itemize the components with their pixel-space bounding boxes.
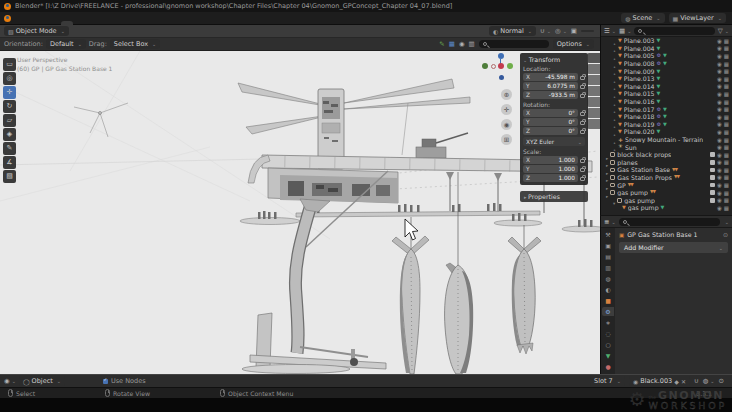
viewport-menu-item[interactable] bbox=[96, 30, 104, 32]
shader-menu-item[interactable] bbox=[76, 380, 84, 382]
npanel-side-tab[interactable] bbox=[587, 97, 600, 107]
add-modifier-dropdown[interactable]: Add Modifier bbox=[619, 242, 728, 253]
hide-eye-icon[interactable]: ◉ bbox=[717, 144, 722, 150]
outliner-row[interactable]: ▼ + ☀ Plane.003 ⚙ ▼ ▼▼ ◉ ▦ bbox=[601, 37, 732, 45]
collection-checkbox[interactable] bbox=[710, 183, 715, 188]
outliner-row[interactable]: ▼ + ☀ gas pump ⚙ ▼ ▼▼ ◉ ▦ bbox=[601, 196, 732, 204]
navigation-gizmo[interactable] bbox=[482, 53, 520, 85]
node-pin-icon[interactable]: ⊙ bbox=[719, 377, 724, 385]
fake-user-shield-icon[interactable]: ◆ bbox=[674, 378, 679, 385]
outliner-row[interactable]: ▼ + ☀ Plane.018 ⚙ ▼ ▼▼ ◉ ▦ bbox=[601, 113, 732, 121]
collection-checkbox[interactable] bbox=[710, 152, 715, 157]
render-visibility-icon[interactable]: ▦ bbox=[724, 159, 729, 165]
render-visibility-icon[interactable]: ▦ bbox=[724, 197, 729, 203]
object-data-tab-icon[interactable]: ▼ bbox=[602, 351, 614, 360]
viewport-canvas[interactable]: User Perspective (60) GP | GP Gas Statio… bbox=[0, 51, 600, 374]
outliner-row[interactable]: ▼ + ☀ Gas Station Base ⚙ ▼ ▼▼ ◉ ▦ bbox=[601, 166, 732, 174]
outliner-row[interactable]: ▼ + ☀ Plane.008 ⚙ ▼ ▼▼ ◉ ▦ bbox=[601, 60, 732, 68]
outliner-row[interactable]: ▼ + ☀ Plane.020 ⚙ ▼ ▼▼ ◉ ▦ bbox=[601, 128, 732, 136]
gizmo-z-neg-axis[interactable] bbox=[499, 75, 504, 80]
scale-field[interactable]: Z1.000 bbox=[523, 174, 578, 182]
workspace-tab[interactable] bbox=[121, 21, 133, 25]
render-visibility-icon[interactable]: ▦ bbox=[724, 190, 729, 196]
zoom-button[interactable]: ⊕ bbox=[501, 89, 512, 100]
gizmo-y-axis[interactable] bbox=[507, 63, 513, 69]
collection-checkbox[interactable] bbox=[710, 175, 715, 180]
rotation-field[interactable]: X0° bbox=[523, 109, 578, 117]
render-visibility-icon[interactable]: ▦ bbox=[724, 91, 729, 97]
hide-eye-icon[interactable]: ◉ bbox=[717, 190, 722, 196]
properties-collapsed-panel[interactable]: Properties bbox=[520, 191, 588, 202]
annotate-toggle-icon[interactable]: ✎ bbox=[439, 40, 444, 48]
render-visibility-icon[interactable]: ▦ bbox=[724, 174, 729, 180]
location-field[interactable]: Z-933.5 m bbox=[523, 91, 578, 99]
transform-orientation-dropdown[interactable]: ◐Normal bbox=[489, 26, 536, 36]
npanel-side-tab[interactable] bbox=[587, 119, 600, 129]
mask-toggle-icon[interactable]: ▥ bbox=[469, 40, 475, 48]
xray-toggle-icon[interactable]: ▣ bbox=[571, 27, 577, 35]
scale-field[interactable]: Y1.000 bbox=[523, 165, 578, 173]
constraints-tab-icon[interactable]: ○ bbox=[602, 340, 614, 349]
hide-eye-icon[interactable]: ◉ bbox=[717, 197, 722, 203]
npanel-side-tab[interactable] bbox=[587, 108, 600, 118]
hide-eye-icon[interactable]: ◉ bbox=[717, 91, 722, 97]
hide-eye-icon[interactable]: ◉ bbox=[717, 167, 722, 173]
npanel-side-tab[interactable] bbox=[587, 86, 600, 96]
lock-icon[interactable] bbox=[580, 177, 585, 181]
render-visibility-icon[interactable]: ▦ bbox=[724, 83, 729, 89]
topbar-menu-item[interactable] bbox=[37, 17, 45, 19]
material-selector[interactable]: ◉ Black.003 ◆ ✕ bbox=[629, 376, 690, 386]
shader-menu-item[interactable] bbox=[92, 380, 100, 382]
camera-view-button[interactable]: ◉ bbox=[501, 119, 512, 130]
topbar-menu-item[interactable] bbox=[29, 17, 37, 19]
outliner-row[interactable]: ▼ + ☀ Plane.005 ⚙ ▼ ▼▼ ◉ ▦ bbox=[601, 52, 732, 60]
cursor-tool[interactable]: ◎ bbox=[3, 72, 16, 85]
display-mode-icon[interactable]: ▦ bbox=[619, 27, 631, 35]
outliner-search-input[interactable] bbox=[634, 27, 714, 35]
hide-eye-icon[interactable]: ◉ bbox=[717, 152, 722, 158]
move-tool[interactable]: ✛ bbox=[3, 86, 16, 99]
outliner-row[interactable]: ▼ + ☀ planes ⚙ ▼ ▼▼ ◉ ▦ bbox=[601, 159, 732, 167]
transform-tool[interactable]: ◈ bbox=[3, 128, 16, 141]
select-box-tool[interactable]: ▭ bbox=[3, 58, 16, 71]
collection-checkbox[interactable] bbox=[710, 160, 715, 165]
render-tab-icon[interactable]: ▣ bbox=[602, 241, 614, 250]
viewport-menu-item[interactable] bbox=[88, 30, 96, 32]
unlink-icon[interactable]: ✕ bbox=[681, 378, 686, 385]
material-tab-icon[interactable]: ● bbox=[602, 362, 614, 371]
perspective-toggle-button[interactable]: ⊞ bbox=[501, 134, 512, 145]
disclosure-icon[interactable] bbox=[613, 192, 615, 208]
viewport-menu-item[interactable] bbox=[80, 30, 88, 32]
outliner-row[interactable]: ▼ + ☀ Plane.013 ⚙ ▼ ▼▼ ◉ ▦ bbox=[601, 75, 732, 83]
hide-eye-icon[interactable]: ◉ bbox=[717, 53, 722, 59]
workspace-tab[interactable] bbox=[157, 21, 169, 25]
rotation-mode-dropdown[interactable]: XYZ Euler bbox=[523, 137, 585, 146]
render-visibility-icon[interactable]: ▦ bbox=[724, 114, 729, 120]
hide-eye-icon[interactable]: ◉ bbox=[717, 61, 722, 67]
collection-checkbox[interactable] bbox=[710, 168, 715, 173]
snap-magnet-icon[interactable]: ∪ bbox=[540, 27, 551, 35]
lock-icon[interactable] bbox=[580, 168, 585, 172]
workspace-tab[interactable] bbox=[169, 21, 181, 25]
render-visibility-icon[interactable]: ▦ bbox=[724, 106, 729, 112]
world-tab-icon[interactable]: ◐ bbox=[602, 285, 614, 294]
workspace-tab[interactable] bbox=[145, 21, 157, 25]
disclosure-icon[interactable] bbox=[606, 185, 608, 201]
pan-button[interactable]: ✛ bbox=[501, 104, 512, 115]
topbar-menu-item[interactable] bbox=[13, 17, 21, 19]
gizmo-z-axis[interactable] bbox=[498, 53, 504, 59]
collection-checkbox[interactable] bbox=[710, 198, 715, 203]
outliner-row[interactable]: ▼ + ☀ block black props ⚙ ▼ ▼▼ ◉ ▦ bbox=[601, 151, 732, 159]
workspace-tab[interactable] bbox=[97, 21, 109, 25]
annotate-tool[interactable]: ✎ bbox=[3, 142, 16, 155]
render-visibility-icon[interactable]: ▦ bbox=[724, 53, 729, 59]
gizmo-toggle-icon[interactable]: ▦ bbox=[449, 40, 455, 48]
scale-field[interactable]: X1.000 bbox=[523, 156, 578, 164]
proportional-edit-icon[interactable]: ◎ bbox=[555, 27, 567, 35]
render-visibility-icon[interactable]: ▦ bbox=[724, 182, 729, 188]
outliner-row[interactable]: ▼ + ☀ Plane.015 ⚙ ▼ ▼▼ ◉ ▦ bbox=[601, 90, 732, 98]
npanel-side-tab[interactable] bbox=[587, 53, 600, 63]
outliner-row[interactable]: ▼ + ☀ GP ⚙ ▼ ▼▼ ◉ ▦ bbox=[601, 181, 732, 189]
render-visibility-icon[interactable]: ▦ bbox=[724, 129, 729, 135]
output-tab-icon[interactable]: ▤ bbox=[602, 252, 614, 261]
